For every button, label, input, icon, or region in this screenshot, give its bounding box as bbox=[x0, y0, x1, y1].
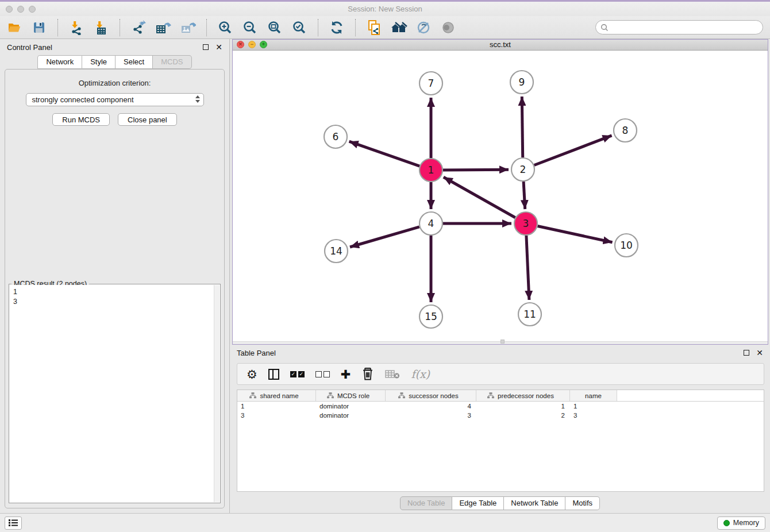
deselect-all-columns-icon[interactable] bbox=[315, 367, 330, 381]
export-table-icon[interactable] bbox=[155, 19, 172, 36]
svg-text:7: 7 bbox=[428, 78, 434, 89]
table-toolbar: ⚙ ✓✓ ✚ f(x) bbox=[237, 363, 764, 385]
run-mcds-button[interactable]: Run MCDS bbox=[52, 113, 110, 126]
save-session-icon[interactable] bbox=[30, 19, 48, 36]
node-14[interactable]: 14 bbox=[325, 240, 348, 263]
zoom-out-icon[interactable] bbox=[241, 19, 259, 36]
cell-name[interactable]: 1 bbox=[570, 403, 617, 410]
tab-network-table[interactable]: Network Table bbox=[504, 496, 565, 510]
cell-predecessor-nodes[interactable]: 2 bbox=[476, 412, 570, 419]
edge-1-2[interactable] bbox=[443, 169, 509, 170]
node-8[interactable]: 8 bbox=[614, 119, 637, 142]
apply-layout-icon[interactable] bbox=[328, 19, 345, 36]
network-window-titlebar[interactable]: ✕ − + scc.txt bbox=[233, 40, 768, 51]
edge-2-3[interactable] bbox=[523, 182, 525, 209]
table-row[interactable]: 3dominator323 bbox=[237, 411, 764, 420]
node-11[interactable]: 11 bbox=[518, 303, 541, 326]
node-7[interactable]: 7 bbox=[419, 72, 442, 95]
tab-network[interactable]: Network bbox=[37, 55, 82, 69]
network-window-title: scc.txt bbox=[233, 40, 768, 49]
edge-1-6[interactable] bbox=[349, 141, 420, 166]
column-header-successor-nodes[interactable]: successor nodes bbox=[386, 390, 476, 401]
cell-MCDS-role[interactable]: dominator bbox=[316, 403, 386, 410]
close-table-panel-icon[interactable]: ✕ bbox=[756, 350, 763, 356]
node-15[interactable]: 15 bbox=[419, 305, 442, 328]
canvas-resize-grip[interactable] bbox=[500, 340, 505, 344]
edge-4-14[interactable] bbox=[350, 227, 419, 247]
node-table: shared nameMCDS rolesuccessor nodesprede… bbox=[237, 390, 764, 492]
column-header-predecessor-nodes[interactable]: predecessor nodes bbox=[476, 390, 570, 401]
delete-column-icon[interactable] bbox=[361, 367, 374, 381]
tab-style[interactable]: Style bbox=[82, 55, 116, 69]
eye-icon[interactable] bbox=[440, 19, 457, 36]
network-canvas[interactable]: 7968124314101511 bbox=[233, 51, 768, 341]
search-box[interactable] bbox=[595, 20, 763, 34]
toolbar-separator bbox=[57, 19, 58, 36]
zoom-selected-icon[interactable] bbox=[291, 19, 308, 36]
zoom-fit-icon[interactable] bbox=[266, 19, 283, 36]
tab-node-table[interactable]: Node Table bbox=[400, 496, 453, 510]
task-history-button[interactable] bbox=[5, 516, 22, 530]
cell-name[interactable]: 3 bbox=[570, 412, 617, 419]
cell-predecessor-nodes[interactable]: 1 bbox=[476, 403, 570, 410]
app-titlebar: Session: New Session bbox=[0, 2, 770, 16]
tab-motifs[interactable]: Motifs bbox=[565, 496, 600, 510]
node-6[interactable]: 6 bbox=[324, 125, 347, 148]
home-icon[interactable] bbox=[390, 19, 407, 36]
result-scrollbar[interactable] bbox=[214, 285, 220, 502]
cell-successor-nodes[interactable]: 3 bbox=[386, 412, 476, 419]
optimization-criterion-select[interactable]: strongly connected component bbox=[26, 93, 204, 106]
edge-2-8[interactable] bbox=[534, 136, 612, 165]
edge-2-9[interactable] bbox=[522, 97, 522, 157]
column-header-shared-name[interactable]: shared name bbox=[237, 390, 316, 401]
memory-button[interactable]: Memory bbox=[717, 516, 765, 530]
tab-edge-table[interactable]: Edge Table bbox=[452, 496, 504, 510]
import-table-file-icon[interactable] bbox=[93, 19, 110, 36]
svg-text:4: 4 bbox=[428, 218, 434, 229]
edge-3-11[interactable] bbox=[526, 236, 529, 300]
node-9[interactable]: 9 bbox=[510, 71, 533, 94]
table-panel-title: Table Panel bbox=[237, 349, 276, 357]
import-network-file-icon[interactable] bbox=[68, 19, 85, 36]
svg-text:3: 3 bbox=[523, 218, 529, 229]
svg-text:15: 15 bbox=[425, 311, 437, 322]
export-image-icon[interactable] bbox=[179, 19, 197, 36]
svg-text:2: 2 bbox=[520, 164, 526, 175]
control-panel-tabs: NetworkStyleSelectMCDS bbox=[0, 55, 229, 69]
node-10[interactable]: 10 bbox=[615, 234, 638, 257]
edge-3-10[interactable] bbox=[538, 226, 613, 242]
close-panel-icon[interactable]: ✕ bbox=[215, 44, 222, 50]
close-panel-button[interactable]: Close panel bbox=[118, 113, 177, 126]
style-off-icon[interactable] bbox=[415, 19, 432, 36]
clone-network-icon[interactable] bbox=[365, 19, 383, 36]
tab-mcds[interactable]: MCDS bbox=[153, 55, 191, 69]
zoom-in-icon[interactable] bbox=[217, 19, 234, 36]
hierarchy-icon bbox=[487, 392, 494, 399]
node-4[interactable]: 4 bbox=[419, 212, 442, 235]
svg-text:9: 9 bbox=[519, 76, 525, 88]
cell-shared-name[interactable]: 1 bbox=[237, 403, 316, 410]
edge-3-1[interactable] bbox=[444, 177, 515, 217]
cell-successor-nodes[interactable]: 4 bbox=[386, 403, 476, 410]
split-panel-icon[interactable] bbox=[268, 367, 279, 381]
column-header-name[interactable]: name bbox=[570, 390, 617, 401]
node-1[interactable]: 1 bbox=[419, 159, 442, 182]
open-file-icon[interactable] bbox=[6, 19, 23, 36]
node-2[interactable]: 2 bbox=[511, 158, 534, 181]
settings-gear-icon[interactable]: ⚙ bbox=[247, 367, 257, 381]
cell-shared-name[interactable]: 3 bbox=[237, 412, 316, 419]
search-icon bbox=[600, 24, 609, 32]
float-panel-icon[interactable] bbox=[203, 44, 209, 50]
column-header-MCDS-role[interactable]: MCDS role bbox=[316, 390, 386, 401]
tab-select[interactable]: Select bbox=[116, 55, 153, 69]
cell-MCDS-role[interactable]: dominator bbox=[316, 412, 386, 419]
select-all-columns-icon[interactable]: ✓✓ bbox=[290, 367, 305, 381]
table-row[interactable]: 1dominator411 bbox=[237, 402, 764, 411]
node-3[interactable]: 3 bbox=[514, 212, 537, 235]
mcds-result-text[interactable]: 1 3 bbox=[10, 285, 214, 502]
export-network-icon[interactable] bbox=[130, 19, 147, 36]
search-input[interactable] bbox=[611, 24, 758, 32]
add-column-icon[interactable]: ✚ bbox=[341, 367, 351, 381]
float-table-panel-icon[interactable] bbox=[744, 350, 749, 356]
memory-status-icon bbox=[723, 520, 730, 526]
